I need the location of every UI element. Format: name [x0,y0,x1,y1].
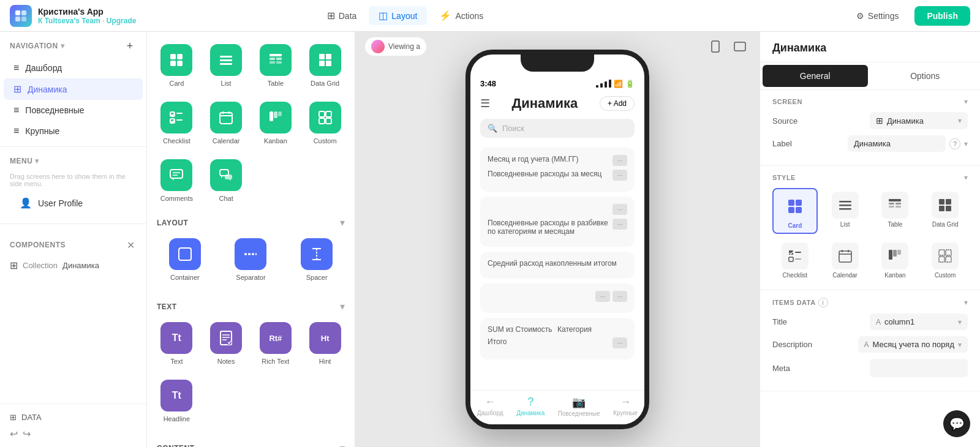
phone-add-button[interactable]: + Add [600,96,635,111]
grid-item-custom-top[interactable]: Custom [303,97,347,149]
style-checklist[interactable]: Checklist [772,239,818,282]
user-profile-item[interactable]: 👤 User Profile [10,192,137,214]
svg-rect-28 [270,111,273,121]
sidebar-bottom: ⊞ DATA ↩ ↪ [0,404,146,447]
add-nav-button[interactable]: + [123,39,137,53]
grid-item-headline[interactable]: Tt Headline [154,375,199,427]
svg-rect-68 [889,203,894,205]
phone-view-button[interactable] [706,37,725,56]
style-section-header[interactable]: STYLE ▾ [772,173,968,182]
meta-dropdown[interactable] [870,359,968,377]
navigation-title: NAVIGATION ▾ [10,42,64,50]
grid-item-table[interactable]: Table [254,39,298,92]
style-calendar[interactable]: Calendar [823,239,868,282]
phone-nav-dashboard[interactable]: ← Дашборд [477,396,503,417]
grid-item-comments[interactable]: Comments [154,154,199,207]
grid-item-chat[interactable]: Chat [204,154,249,207]
svg-rect-39 [225,175,232,179]
items-data-header[interactable]: ITEMS DATA i ▾ [772,298,968,307]
tab-options[interactable]: Options [873,65,978,87]
phone-signal [596,80,611,88]
viewing-badge: Viewing a [365,37,426,56]
title-dropdown[interactable]: A column1 ▾ [870,314,968,330]
nav-data[interactable]: ⊞ Data [317,6,367,25]
card-4-dots[interactable]: ··· [612,337,627,348]
tablet-view-button[interactable] [730,37,750,56]
items-data-section: ITEMS DATA i ▾ Title A column1 ▾ Descrip… [760,290,980,391]
sidebar-item-krupnye[interactable]: ≡ Крупные [4,121,143,141]
label-help-button[interactable]: ? [949,138,960,149]
grid-item-text[interactable]: Tt Text [154,317,199,370]
description-dropdown[interactable]: A Месяц учета по поряд ▾ [858,336,968,353]
nav-actions[interactable]: ⚡ Actions [429,6,493,25]
card-3-dots[interactable]: ··· [595,291,610,302]
label-dropdown[interactable]: Динамика [848,135,946,152]
source-dropdown[interactable]: ⊞ Динамика ▾ [870,112,968,129]
style-list[interactable]: List [823,188,868,234]
upgrade-link[interactable]: Upgrade [107,17,137,25]
right-tabs: General Options [760,62,980,90]
sidebar-item-dinamika[interactable]: ⊞ Динамика [4,78,143,100]
layout-section-header[interactable]: LAYOUT ▾ [154,212,347,233]
chat-button[interactable]: 💬 [943,410,970,437]
svg-rect-79 [795,258,801,260]
grid-item-container[interactable]: Container [154,233,216,286]
card-dots[interactable]: ··· [612,155,627,166]
wifi-icon: 📶 [614,80,623,88]
layout-grid: Container Separator Spacer [154,233,347,291]
svg-rect-1 [21,10,26,15]
grid-item-hint[interactable]: Ht Hint [303,317,347,370]
phone-nav-dinamika[interactable]: ? Динамика [516,396,545,417]
card-1-dots-2[interactable]: ··· [612,219,627,230]
grid-item-notes[interactable]: Notes [204,317,249,370]
phone-search[interactable]: 🔍 Поиск [480,119,635,138]
phone-nav-povsednevnye[interactable]: 📷 Повседневные [558,396,600,417]
screen-section-header[interactable]: SCREEN ▾ [772,97,968,106]
data-button[interactable]: ⊞ DATA [10,409,137,426]
card-3-dots-2[interactable]: ··· [612,291,627,302]
grid-item-kanban[interactable]: Kanban [254,97,298,149]
card-1-dots[interactable]: ··· [612,204,627,215]
menu-chevron-icon: ▾ [35,157,39,165]
publish-button[interactable]: Publish [914,6,970,26]
phone-nav-krupnye[interactable]: → Крупные [613,396,638,417]
style-table[interactable]: Table [873,188,918,234]
card-dots-2[interactable]: ··· [612,170,627,181]
style-data-grid[interactable]: Data Grid [922,188,968,234]
grid-item-checklist[interactable]: Checklist [154,97,199,149]
style-card[interactable]: Card [772,188,818,234]
grid-item-list[interactable]: List [204,39,249,92]
components-close-button[interactable]: ✕ [124,239,137,251]
sidebar-item-dashboard[interactable]: ≡ Дашборд [4,58,143,78]
screen-section: SCREEN ▾ Source ⊞ Динамика ▾ Label Дин [760,90,980,166]
title-chevron-icon: ▾ [958,318,962,326]
undo-button[interactable]: ↩ [10,428,18,440]
grid-item-data-grid[interactable]: Data Grid [303,39,347,92]
grid-item-rich-text[interactable]: Rt# Rich Text [254,317,298,370]
grid-item-spacer[interactable]: Spacer [286,233,347,286]
tab-general[interactable]: General [763,65,868,87]
text-section-header[interactable]: TEXT ▾ [154,296,347,317]
svg-rect-70 [889,206,894,208]
style-custom[interactable]: Custom [922,239,968,282]
sidebar-item-povsednevnye[interactable]: ≡ Повседневные [4,100,143,121]
settings-button[interactable]: ⚙ Settings [848,7,908,24]
search-icon: 🔍 [488,124,497,133]
menu-header[interactable]: MENU ▾ [10,152,137,170]
style-kanban[interactable]: Kanban [873,239,918,282]
chat-icon [210,159,242,191]
phone-menu-icon[interactable]: ☰ [480,97,490,110]
content-section-header[interactable]: CONTENT ▾ [154,437,347,447]
grid-item-card[interactable]: Card [154,39,199,92]
nav-layout[interactable]: ◫ Layout [369,6,427,25]
redo-button[interactable]: ↪ [23,428,31,440]
app-info: Кристина's App К Tultseva's Team · Upgra… [38,7,136,25]
main-layout: NAVIGATION ▾ + ≡ Дашборд ⊞ Динамика ≡ По… [0,32,980,447]
separator-icon [235,238,266,270]
label-field-group: Динамика ? ▾ [848,135,968,152]
items-data-info-icon[interactable]: i [818,298,828,307]
svg-rect-84 [889,250,892,260]
grid-item-calendar[interactable]: Calendar [204,97,249,149]
text-icon: Tt [160,322,192,354]
grid-item-separator[interactable]: Separator [221,233,282,286]
